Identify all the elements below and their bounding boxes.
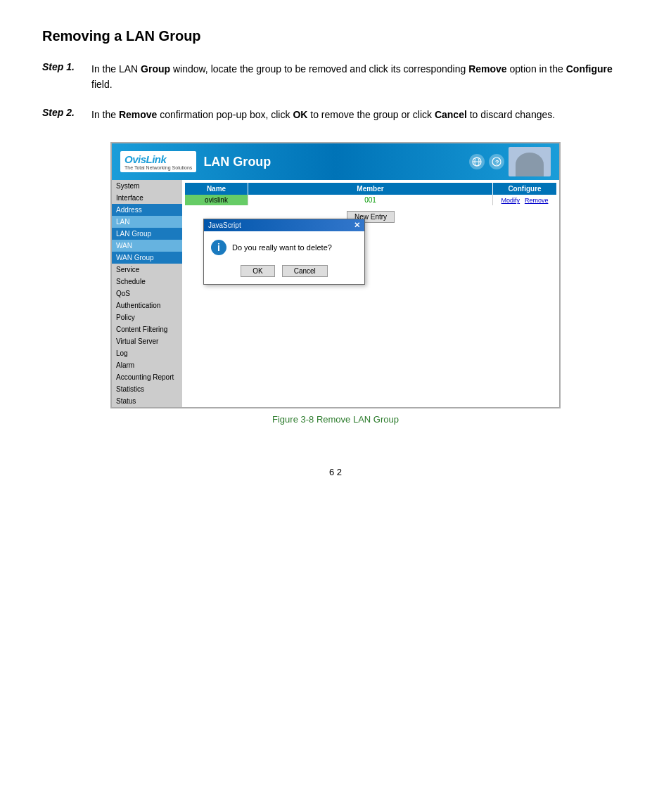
sidebar-item-service[interactable]: Service: [112, 264, 182, 276]
sidebar-item-accounting-report[interactable]: Accounting Report: [112, 371, 182, 383]
step2-text: In the Remove confirmation pop-up box, c…: [91, 107, 629, 122]
table-header: Name Member Configure: [185, 183, 556, 195]
router-body: SystemInterfaceAddressLANLAN GroupWANWAN…: [112, 180, 559, 407]
configure-links: Modify Remove: [500, 196, 550, 204]
step1-label-text: Step 1.: [42, 61, 75, 72]
popup-buttons: OK Cancel: [204, 261, 364, 284]
router-ui: OvisLink The Total Networking Solutions …: [110, 142, 561, 408]
help-icon: ?: [489, 154, 504, 169]
logo-brand: OvisLink: [124, 153, 192, 165]
step2-text-part3: to remove the group or click: [307, 109, 435, 120]
col-name: Name: [185, 183, 248, 195]
popup-title: JavaScript: [208, 221, 241, 229]
sidebar-item-qos[interactable]: QoS: [112, 288, 182, 299]
sidebar-item-status[interactable]: Status: [112, 395, 182, 407]
step2-bold1: Remove: [119, 109, 157, 120]
popup-cancel-button[interactable]: Cancel: [282, 265, 328, 277]
modify-link[interactable]: Modify: [501, 197, 520, 204]
cell-member: 001: [248, 195, 493, 205]
sidebar-item-authentication[interactable]: Authentication: [112, 299, 182, 311]
sidebar-item-alarm[interactable]: Alarm: [112, 359, 182, 371]
step2-label-text: Step 2.: [42, 107, 75, 118]
step2-block: Step 2. In the Remove confirmation pop-u…: [42, 107, 629, 122]
main-content: Name Member Configure ovislink 001 Modif…: [182, 180, 559, 407]
sidebar-item-wan[interactable]: WAN: [112, 240, 182, 252]
popup-message: Do you really want to delete?: [232, 243, 332, 252]
step1-bold1: Group: [141, 63, 170, 75]
globe-icon: [469, 154, 485, 169]
figure-container: OvisLink The Total Networking Solutions …: [110, 142, 561, 425]
step1-text-part1: In the LAN: [91, 63, 141, 75]
col-member: Member: [248, 183, 493, 195]
remove-link[interactable]: Remove: [525, 197, 549, 204]
step1-text: In the LAN Group window, locate the grou…: [91, 61, 629, 93]
sidebar-item-lan[interactable]: LAN: [112, 216, 182, 228]
step2-text-part2: confirmation pop-up box, click: [157, 109, 293, 120]
cell-configure: Modify Remove: [493, 195, 556, 205]
header-icons: ?: [469, 147, 551, 176]
popup-close-button[interactable]: ✕: [354, 221, 360, 230]
sidebar-item-statistics[interactable]: Statistics: [112, 383, 182, 395]
step1-label: Step 1.: [42, 61, 91, 72]
sidebar-item-schedule[interactable]: Schedule: [112, 276, 182, 288]
popup-ok-button[interactable]: OK: [241, 265, 274, 277]
step1-block: Step 1. In the LAN Group window, locate …: [42, 61, 629, 93]
sidebar-item-log[interactable]: Log: [112, 347, 182, 359]
col-configure: Configure: [493, 183, 556, 195]
sidebar-item-wan-group[interactable]: WAN Group: [112, 252, 182, 264]
popup-body: i Do you really want to delete?: [204, 231, 364, 261]
router-title: LAN Group: [203, 155, 271, 169]
sidebar: SystemInterfaceAddressLANLAN GroupWANWAN…: [112, 180, 182, 407]
step1-bold2: Remove: [468, 63, 506, 75]
step1-text-part2: window, locate the group to be removed a…: [170, 63, 468, 75]
step2-text-part1: In the: [91, 109, 119, 120]
step1-text-part4: field.: [91, 79, 113, 90]
cell-name: ovislink: [185, 195, 248, 205]
figure-caption: Figure 3-8 Remove LAN Group: [110, 414, 561, 425]
step1-bold3: Configure: [566, 63, 613, 75]
step2-text-part4: to discard changes.: [467, 109, 555, 120]
sidebar-item-virtual-server[interactable]: Virtual Server: [112, 335, 182, 347]
sidebar-item-address[interactable]: Address: [112, 204, 182, 216]
step2-label: Step 2.: [42, 107, 91, 118]
table-row: ovislink 001 Modify Remove: [185, 195, 556, 205]
sidebar-item-policy[interactable]: Policy: [112, 311, 182, 323]
sidebar-item-content-filtering[interactable]: Content Filtering: [112, 323, 182, 335]
page-number: 6 2: [42, 467, 629, 477]
sidebar-item-lan-group[interactable]: LAN Group: [112, 228, 182, 240]
router-header: OvisLink The Total Networking Solutions …: [112, 143, 559, 180]
sidebar-item-interface[interactable]: Interface: [112, 192, 182, 204]
step2-bold2: OK: [293, 109, 307, 120]
step1-text-part3: option in the: [507, 63, 566, 75]
router-logo-box: OvisLink The Total Networking Solutions: [120, 151, 196, 172]
step2-bold3: Cancel: [435, 109, 467, 120]
popup-dialog: JavaScript ✕ i Do you really want to del…: [203, 219, 365, 285]
sidebar-item-system[interactable]: System: [112, 180, 182, 192]
header-photo: [509, 147, 551, 176]
logo-sub: The Total Networking Solutions: [124, 165, 192, 170]
info-icon: i: [211, 240, 226, 255]
svg-text:?: ?: [495, 159, 499, 166]
popup-titlebar: JavaScript ✕: [204, 219, 364, 231]
person-silhouette: [516, 153, 544, 176]
page-title: Removing a LAN Group: [42, 28, 629, 44]
